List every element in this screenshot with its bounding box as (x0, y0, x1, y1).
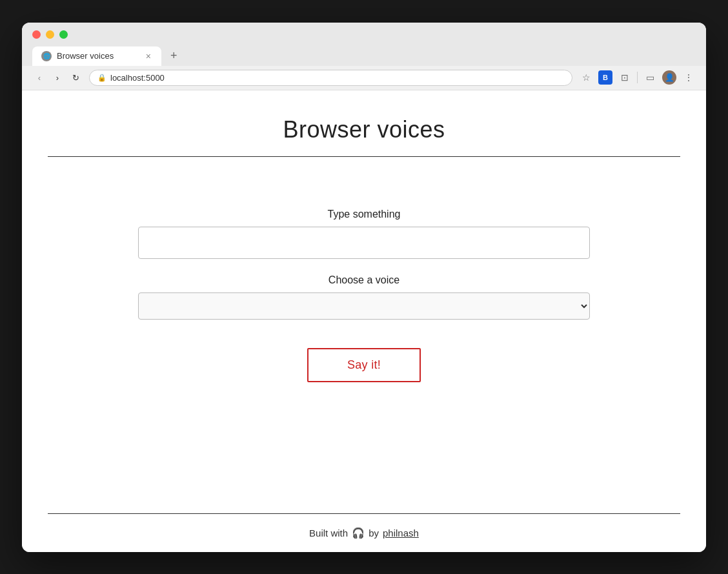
address-bar: ‹ › ↻ 🔒 localhost:5000 ☆ B ⊡ ▭ 👤 ⋮ (22, 66, 706, 90)
nav-buttons: ‹ › ↻ (32, 70, 83, 85)
toolbar-divider (637, 72, 638, 83)
bookmark-icon[interactable]: ☆ (579, 70, 593, 85)
page-footer: Built with 🎧 by philnash (48, 513, 680, 552)
page-main: Type something Choose a voice Say it! (22, 157, 706, 513)
browser-window: 🌐 Browser voices × + ‹ › ↻ 🔒 localhost:5… (22, 23, 706, 552)
toolbar-right: ☆ B ⊡ ▭ 👤 ⋮ (579, 70, 696, 85)
tab-favicon: 🌐 (41, 51, 52, 61)
tab-close-button[interactable]: × (145, 51, 152, 61)
address-bar-input[interactable]: 🔒 localhost:5000 (89, 70, 572, 86)
tab-title: Browser voices (57, 51, 139, 61)
minimize-button[interactable] (46, 30, 54, 39)
address-text: localhost:5000 (110, 73, 165, 83)
new-tab-button[interactable]: + (164, 45, 184, 66)
type-field-group: Type something (138, 209, 590, 259)
active-tab[interactable]: 🌐 Browser voices × (32, 46, 161, 66)
maximize-button[interactable] (59, 30, 68, 39)
type-label: Type something (328, 209, 401, 220)
voice-select[interactable] (138, 292, 590, 320)
footer-prefix: Built with (309, 528, 348, 538)
page-title: Browser voices (61, 116, 667, 143)
say-button[interactable]: Say it! (307, 348, 421, 382)
tabs-bar: 🌐 Browser voices × + (32, 45, 696, 66)
headphone-icon: 🎧 (352, 527, 365, 539)
lock-icon: 🔒 (97, 74, 106, 82)
title-bar: 🌐 Browser voices × + (22, 23, 706, 66)
more-menu-icon[interactable]: ⋮ (682, 70, 696, 85)
bitwarden-icon[interactable]: B (598, 70, 612, 85)
footer-suffix: by (369, 528, 379, 538)
avatar[interactable]: 👤 (662, 70, 676, 85)
text-input[interactable] (138, 227, 590, 259)
forward-button[interactable]: › (50, 70, 65, 85)
reload-button[interactable]: ↻ (68, 70, 83, 85)
voice-label: Choose a voice (329, 274, 399, 286)
page-header: Browser voices (48, 90, 680, 157)
traffic-lights (32, 30, 696, 39)
page-content: Browser voices Type something Choose a v… (22, 90, 706, 552)
author-link[interactable]: philnash (383, 528, 419, 538)
back-button[interactable]: ‹ (32, 70, 46, 85)
voice-field-group: Choose a voice (138, 274, 590, 320)
cast-icon[interactable]: ▭ (643, 70, 657, 85)
extensions-icon[interactable]: ⊡ (618, 70, 632, 85)
close-button[interactable] (32, 30, 41, 39)
